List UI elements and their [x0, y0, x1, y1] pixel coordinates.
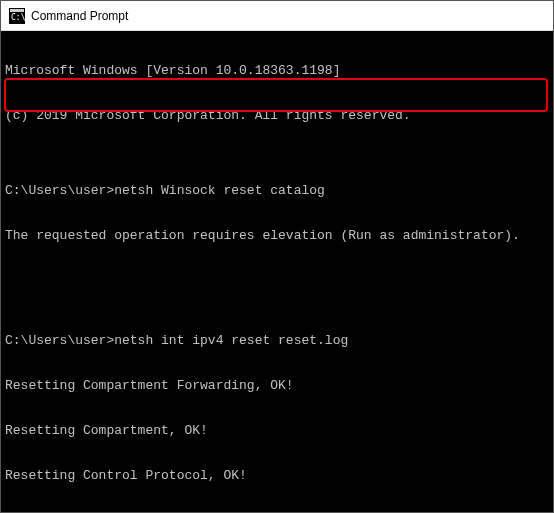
- svg-text:C:\: C:\: [11, 13, 25, 22]
- output-line: (c) 2019 Microsoft Corporation. All righ…: [5, 108, 549, 123]
- output-line: Resetting Control Protocol, OK!: [5, 468, 549, 483]
- prompt-line: C:\Users\user>netsh Winsock reset catalo…: [5, 183, 549, 198]
- titlebar[interactable]: C:\ Command Prompt: [1, 1, 553, 31]
- window-title: Command Prompt: [31, 9, 128, 23]
- output-line: Microsoft Windows [Version 10.0.18363.11…: [5, 63, 549, 78]
- cmd-icon: C:\: [9, 8, 25, 24]
- annotation-highlight: [4, 78, 548, 112]
- svg-rect-1: [10, 9, 24, 12]
- output-line: The requested operation requires elevati…: [5, 228, 549, 243]
- command-prompt-window: C:\ Command Prompt Microsoft Windows [Ve…: [0, 0, 554, 513]
- prompt-line: C:\Users\user>netsh int ipv4 reset reset…: [5, 333, 549, 348]
- terminal-output[interactable]: Microsoft Windows [Version 10.0.18363.11…: [1, 31, 553, 512]
- output-line: Resetting Compartment, OK!: [5, 423, 549, 438]
- output-line: Resetting Compartment Forwarding, OK!: [5, 378, 549, 393]
